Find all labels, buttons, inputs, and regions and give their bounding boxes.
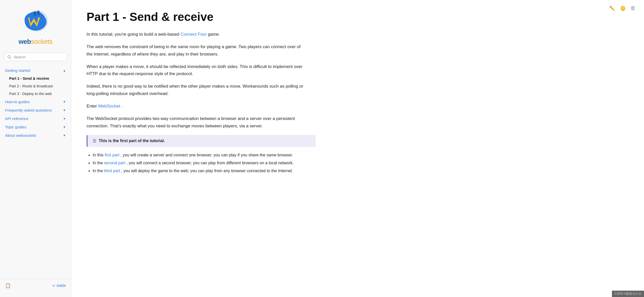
sidebar-item-howto[interactable]: How-to guides ▼ <box>0 98 71 106</box>
svg-rect-1 <box>34 11 36 16</box>
list-item: In this first part , you will create a s… <box>93 152 316 158</box>
chevron-down-icon: ▼ <box>63 100 66 104</box>
chevron-down-icon: ▼ <box>63 109 66 112</box>
top-toolbar: ✏️ 🪙 ☰ <box>609 6 635 11</box>
logo-text: websockets <box>19 38 53 46</box>
sidebar-footer: 📋 v: stable <box>0 279 71 292</box>
second-part-link[interactable]: second part <box>104 161 125 165</box>
svg-rect-2 <box>37 11 39 15</box>
chevron-down-icon: ▼ <box>63 117 66 120</box>
sidebar-nav: Getting started ▲ Part 1 - Send & receiv… <box>0 66 71 141</box>
chevron-down-icon: ▼ <box>63 125 66 129</box>
list-icon: ☰ <box>93 139 96 143</box>
paragraph-5: Enter WebSocket . <box>87 103 305 110</box>
sidebar-item-part2[interactable]: Part 2 - Route & broadcast <box>0 82 71 90</box>
paragraph-2: The web removes the constraint of being … <box>87 43 305 58</box>
paragraph-3: When a player makes a move, it should be… <box>87 63 305 78</box>
book-icon: 📋 <box>5 283 11 288</box>
main-content: ✏️ 🪙 ☰ Part 1 - Send & receive In this t… <box>71 0 644 297</box>
callout-header: ☰ This is the first part of the tutorial… <box>93 139 311 143</box>
first-part-link[interactable]: first part <box>105 153 119 157</box>
menu-icon[interactable]: ☰ <box>631 6 635 11</box>
sidebar-item-about[interactable]: About websockets ▼ <box>0 131 71 140</box>
paragraph-4: Indeed, there is no good way to be notif… <box>87 83 305 98</box>
paragraph-1: In this tutorial, you're going to build … <box>87 31 305 38</box>
edit-icon[interactable]: ✏️ <box>609 6 615 11</box>
sidebar: websockets Search Getting started ▲ Part… <box>0 0 71 297</box>
chevron-down-icon: ▼ <box>63 134 66 137</box>
page-title: Part 1 - Send & receive <box>87 10 624 24</box>
sidebar-item-topics[interactable]: Topic guides ▼ <box>0 123 71 131</box>
logo-area: websockets <box>0 0 71 51</box>
sidebar-item-part1[interactable]: Part 1 - Send & receive <box>0 75 71 82</box>
svg-line-4 <box>10 58 11 59</box>
version-label: v: stable <box>53 284 66 288</box>
csdn-footer: CSDN ©极客点小火 <box>612 291 644 297</box>
coin-icon[interactable]: 🪙 <box>620 6 626 11</box>
list-item: In the second part , you will connect a … <box>93 159 316 166</box>
bullet-list: In this first part , you will create a s… <box>87 152 316 174</box>
sidebar-item-api[interactable]: API reference ▼ <box>0 114 71 123</box>
search-icon <box>7 55 11 59</box>
sidebar-item-faq[interactable]: Frequently asked questions ▼ <box>0 106 71 114</box>
callout-box: ☰ This is the first part of the tutorial… <box>87 135 316 147</box>
sidebar-item-part3[interactable]: Part 3 - Deploy to the web <box>0 90 71 98</box>
search-placeholder: Search <box>13 55 26 59</box>
list-item: In the third part , you will deploy the … <box>93 167 316 174</box>
connect-four-link[interactable]: Connect Four <box>180 32 207 37</box>
callout-text: This is the first part of the tutorial. <box>99 139 165 143</box>
paragraph-6: The WebSocket protocol provides two-way … <box>87 115 305 130</box>
search-bar[interactable]: Search <box>4 53 67 61</box>
sidebar-item-getting-started[interactable]: Getting started ▲ <box>0 66 71 75</box>
third-part-link[interactable]: third part <box>104 169 120 173</box>
logo-image <box>19 8 52 36</box>
chevron-up-icon: ▲ <box>63 69 66 72</box>
websocket-link[interactable]: WebSocket <box>98 104 120 109</box>
